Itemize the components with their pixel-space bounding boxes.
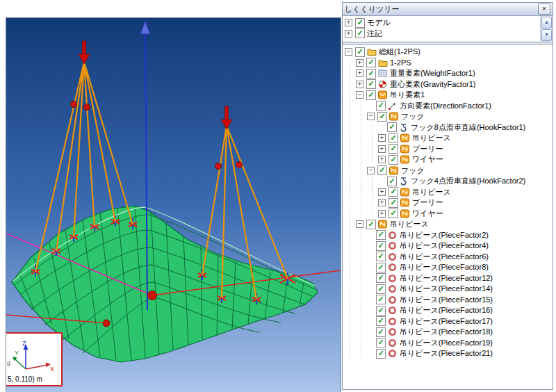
panel-title: しくくりツリー [345, 4, 535, 15]
scroll-up-icon[interactable]: ▲ [541, 17, 552, 28]
tree-expander-icon[interactable]: + [378, 156, 386, 163]
tree-checkbox[interactable]: ✓ [376, 327, 386, 337]
gravity-label: g [7, 359, 10, 366]
tree-checkbox[interactable]: ✓ [376, 306, 386, 316]
tree-checkbox[interactable]: ✓ [366, 69, 376, 79]
tree-row[interactable]: +✓プーリー [343, 144, 553, 155]
tree-expander-icon[interactable]: + [356, 70, 363, 77]
tree-row[interactable]: −✓吊り要素1 [343, 90, 553, 101]
tree-row[interactable]: +✓注記 [343, 28, 540, 40]
tree-row[interactable]: ✓吊りピース(PieceFactor19) [343, 338, 553, 349]
tree-row[interactable]: −✓フック [343, 111, 553, 122]
tree-checkbox[interactable]: ✓ [376, 295, 386, 304]
tree-expander-icon[interactable]: + [345, 19, 352, 26]
close-icon[interactable]: × [538, 3, 550, 15]
tree-row[interactable]: −✓フック [343, 165, 553, 177]
tree-row[interactable]: ✓吊りピース(PieceFactor15) [343, 295, 553, 306]
tree-item-label: 吊りピース(PieceFactor16) [400, 305, 493, 316]
tree-row[interactable]: −✓総組(1-2PS) [343, 47, 553, 58]
tree-indent-guide [345, 68, 356, 79]
tree-checkbox[interactable]: ✓ [376, 230, 386, 240]
tree-checkbox[interactable]: ✓ [376, 252, 386, 261]
tree-row[interactable]: ✓フック4点滑車直線(HookFactor2) [343, 176, 553, 187]
tree-checkbox[interactable]: ✓ [376, 349, 386, 359]
tree-checkbox[interactable]: ✓ [366, 220, 376, 229]
tree-indent-guide [356, 209, 367, 220]
tree-expander-icon[interactable]: − [345, 48, 352, 56]
tree-expander-icon[interactable]: + [378, 134, 386, 142]
tree-indent-guide [367, 187, 378, 198]
tree-row[interactable]: +✓ワイヤー [343, 209, 553, 220]
tree-checkbox[interactable]: ✓ [389, 187, 398, 197]
tree-checkbox[interactable]: ✓ [377, 112, 387, 122]
tree-checkbox[interactable]: ✓ [376, 316, 386, 326]
tree-row[interactable]: ✓吊りピース(PieceFactor6) [343, 252, 553, 263]
tree-row[interactable]: −✓吊りピース [343, 219, 553, 230]
tree-expander-spacer [367, 329, 373, 335]
tree-row[interactable]: +✓モデル [343, 17, 540, 28]
tree-checkbox[interactable]: ✓ [387, 122, 397, 132]
tree-row[interactable]: ✓吊りピース(PieceFactor17) [343, 316, 553, 327]
tree-indent-guide [356, 101, 367, 112]
tree-row[interactable]: ✓吊りピース(PieceFactor12) [343, 273, 553, 284]
tree-row[interactable]: ✓吊りピース(PieceFactor14) [343, 284, 553, 295]
tree-row[interactable]: +✓1-2PS [343, 58, 553, 69]
tree-row[interactable]: ✓吊りピース(PieceFactor16) [343, 305, 553, 316]
tree-row[interactable]: ✓吊りピース(PieceFactor21) [343, 348, 553, 359]
piece-icon [388, 252, 398, 261]
tree-row[interactable]: ✓吊りピース(PieceFactor4) [343, 240, 553, 252]
tree-checkbox[interactable]: ✓ [366, 90, 376, 100]
tree-row[interactable]: +✓吊りピース [343, 133, 553, 144]
weight-icon [378, 69, 388, 78]
tree-expander-icon[interactable]: − [356, 220, 363, 228]
tree-checkbox[interactable]: ✓ [355, 47, 365, 57]
tree-row[interactable]: ✓吊りピース(PieceFactor18) [343, 327, 553, 338]
viewport-3d[interactable]: Z Y X g 5, 0.110) m [6, 17, 341, 392]
tree-checkbox[interactable]: ✓ [389, 198, 398, 208]
piece-icon [388, 317, 398, 326]
tree-checkbox[interactable]: ✓ [389, 144, 398, 154]
tree-row[interactable]: +✓重心要素(GravityFactor1) [343, 79, 553, 90]
tree-indent-guide [345, 187, 356, 198]
tree-row[interactable]: ✓吊りピース(PieceFactor8) [343, 262, 553, 273]
tree-expander-icon[interactable]: + [378, 210, 386, 218]
tree-expander-icon[interactable]: − [356, 91, 363, 99]
tree-checkbox[interactable]: ✓ [376, 101, 386, 111]
tree-checkbox[interactable]: ✓ [389, 133, 398, 143]
tree-row[interactable]: +✓ワイヤー [343, 154, 553, 165]
tree-checkbox[interactable]: ✓ [376, 241, 386, 251]
tree-expander-icon[interactable]: + [378, 199, 386, 206]
piece-icon [388, 241, 398, 250]
tree-row[interactable]: +✓プーリー [343, 197, 553, 209]
tree-expander-icon[interactable]: + [378, 188, 386, 196]
tree-item-label: 注記 [367, 28, 382, 39]
tree-checkbox[interactable]: ✓ [376, 273, 386, 283]
tree-checkbox[interactable]: ✓ [376, 338, 386, 348]
tree-checkbox[interactable]: ✓ [376, 263, 386, 272]
tree-checkbox[interactable]: ✓ [387, 177, 397, 186]
tree-expander-icon[interactable]: − [367, 167, 375, 174]
tree-row[interactable]: ✓吊りピース(PieceFactor2) [343, 230, 553, 241]
scroll-down-icon[interactable]: ▼ [541, 29, 552, 41]
tree-checkbox[interactable]: ✓ [355, 18, 365, 28]
tree-expander-icon[interactable]: + [345, 30, 352, 38]
tree-row[interactable]: ✓方向要素(DirectionFactor1) [343, 101, 553, 112]
tree-checkbox[interactable]: ✓ [377, 165, 387, 175]
axis-z-label: Z [22, 340, 26, 347]
tree-indent-guide [367, 122, 378, 133]
tree-checkbox[interactable]: ✓ [389, 209, 398, 218]
tree-row[interactable]: ✓フック8点滑車直線(HookFactor1) [343, 122, 553, 133]
tree-checkbox[interactable]: ✓ [366, 79, 376, 89]
tree-row[interactable]: +✓重量要素(WeightFactor1) [343, 68, 553, 79]
tree-expander-icon[interactable]: + [378, 145, 386, 153]
tree-expander-icon[interactable]: + [356, 59, 363, 67]
tree-indent-guide [345, 165, 356, 177]
tree-expander-icon[interactable]: + [356, 81, 363, 88]
tree-row[interactable]: +✓吊りピース [343, 187, 553, 198]
tree-indent-guide [367, 209, 378, 220]
tree-checkbox[interactable]: ✓ [366, 58, 376, 67]
tree-checkbox[interactable]: ✓ [376, 284, 386, 294]
tree-checkbox[interactable]: ✓ [389, 155, 398, 165]
tree-checkbox[interactable]: ✓ [355, 28, 365, 38]
tree-expander-icon[interactable]: − [367, 113, 375, 120]
